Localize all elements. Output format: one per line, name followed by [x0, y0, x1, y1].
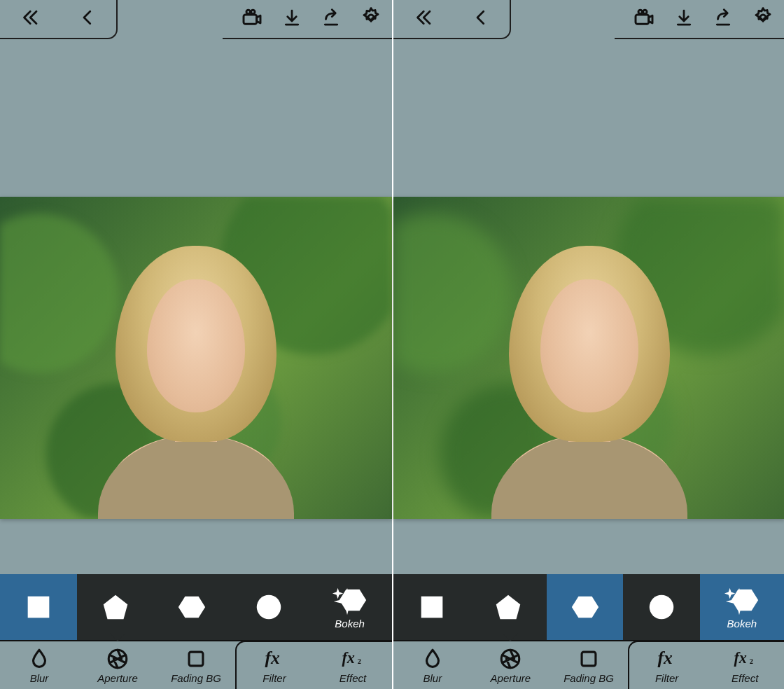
- svg-point-29: [650, 595, 674, 620]
- tool-blur-label: Blur: [423, 672, 442, 684]
- back-button[interactable]: [77, 7, 98, 31]
- tool-aperture-label: Aperture: [491, 672, 531, 684]
- tool-filter-label: Filter: [262, 672, 286, 684]
- svg-text:2: 2: [358, 657, 361, 665]
- canvas-area[interactable]: [393, 39, 784, 574]
- tool-effect-label: Effect: [732, 672, 758, 684]
- tool-fadingbg[interactable]: Fading BG: [550, 641, 628, 689]
- top-left-nav: [393, 0, 511, 39]
- svg-rect-15: [189, 652, 203, 666]
- video-icon[interactable]: [633, 6, 655, 32]
- shape-hexagon[interactable]: [547, 574, 623, 640]
- download-icon[interactable]: [673, 7, 694, 31]
- tool-blur[interactable]: Blur: [0, 641, 78, 689]
- tool-blur[interactable]: Blur: [393, 641, 472, 689]
- svg-marker-32: [732, 589, 758, 611]
- bottom-toolbar: Blur Aperture Fading BG fx Filter fx2 Ef…: [0, 640, 392, 689]
- shape-hexagon[interactable]: [154, 574, 231, 640]
- svg-rect-26: [421, 597, 442, 618]
- svg-rect-7: [28, 597, 50, 618]
- tool-aperture-label: Aperture: [97, 672, 138, 684]
- top-right-actions: [223, 0, 392, 39]
- share-icon[interactable]: [713, 7, 734, 31]
- svg-text:fx: fx: [265, 647, 279, 667]
- svg-point-21: [643, 10, 647, 13]
- svg-point-2: [251, 10, 255, 13]
- svg-text:fx: fx: [342, 648, 354, 666]
- shape-square[interactable]: [393, 574, 470, 640]
- tool-aperture[interactable]: Aperture: [472, 641, 550, 689]
- bokeh-label: Bokeh: [727, 618, 757, 629]
- tool-effect-label: Effect: [340, 672, 366, 684]
- tool-effect[interactable]: fx2 Effect: [706, 641, 784, 689]
- svg-point-1: [246, 10, 250, 13]
- tool-fadingbg-label: Fading BG: [564, 672, 614, 684]
- shape-circle[interactable]: [230, 574, 307, 640]
- tool-filter[interactable]: fx Filter: [628, 641, 706, 689]
- top-bar: [393, 0, 784, 39]
- tool-effect[interactable]: fx2 Effect: [314, 641, 392, 689]
- tool-filter[interactable]: fx Filter: [235, 641, 314, 689]
- back-button[interactable]: [470, 7, 491, 31]
- svg-marker-13: [339, 589, 365, 611]
- svg-text:fx: fx: [734, 648, 747, 666]
- shape-square[interactable]: [0, 574, 77, 640]
- tool-fadingbg-label: Fading BG: [171, 672, 221, 684]
- tool-filter-label: Filter: [655, 672, 678, 684]
- back-all-button[interactable]: [19, 7, 40, 31]
- top-left-nav: [0, 0, 118, 39]
- download-icon[interactable]: [281, 7, 302, 31]
- settings-icon[interactable]: [752, 6, 774, 32]
- svg-marker-8: [103, 595, 127, 620]
- svg-rect-34: [582, 652, 596, 666]
- svg-rect-0: [244, 15, 257, 24]
- svg-text:2: 2: [750, 657, 753, 665]
- shape-pentagon[interactable]: [470, 574, 546, 640]
- svg-point-20: [638, 10, 642, 13]
- svg-marker-9: [178, 597, 205, 618]
- shape-bokeh[interactable]: Bokeh: [307, 574, 392, 640]
- bokeh-label: Bokeh: [335, 618, 365, 629]
- svg-marker-27: [496, 595, 521, 620]
- photo-preview: [0, 197, 392, 519]
- tool-blur-label: Blur: [30, 672, 49, 684]
- svg-rect-19: [636, 15, 649, 24]
- share-icon[interactable]: [321, 7, 342, 31]
- back-all-button[interactable]: [412, 7, 433, 31]
- phone-screen-right: Bokeh Blur Aperture Fading BG fx Filter …: [392, 0, 784, 689]
- shape-pentagon[interactable]: [77, 574, 154, 640]
- shape-circle[interactable]: [623, 574, 699, 640]
- svg-point-10: [257, 595, 281, 620]
- canvas-area[interactable]: [0, 39, 392, 574]
- svg-text:fx: fx: [657, 647, 672, 667]
- svg-marker-28: [571, 597, 598, 618]
- settings-icon[interactable]: [360, 6, 382, 32]
- bottom-toolbar: Blur Aperture Fading BG fx Filter fx2 Ef…: [393, 640, 784, 689]
- aperture-shape-strip: Bokeh: [0, 574, 392, 640]
- phone-screen-left: Bokeh Blur Aperture Fading BG fx Filter …: [0, 0, 392, 689]
- video-icon[interactable]: [241, 6, 263, 32]
- bokeh-icon: [723, 585, 761, 616]
- bokeh-icon: [331, 585, 369, 616]
- top-bar: [0, 0, 392, 39]
- tool-fadingbg[interactable]: Fading BG: [157, 641, 235, 689]
- photo-preview: [393, 197, 784, 519]
- tool-aperture[interactable]: Aperture: [78, 641, 157, 689]
- top-right-actions: [615, 0, 784, 39]
- shape-bokeh[interactable]: Bokeh: [700, 574, 784, 640]
- aperture-shape-strip: Bokeh: [393, 574, 784, 640]
